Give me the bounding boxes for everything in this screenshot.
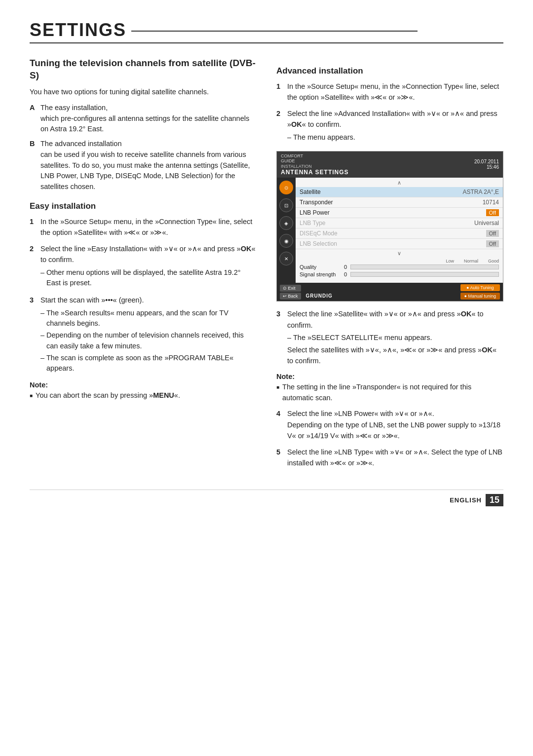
advanced-pre-steps: 1 In the »Source Setup« menu, in the »Co… bbox=[276, 81, 503, 144]
ui-header-left: COMFORTGUIDE INSTALLATION ANTENNA SETTIN… bbox=[281, 153, 349, 176]
easy-note-block: Note: You can abort the scan by pressing… bbox=[30, 381, 257, 401]
options-list: A The easy installation, which pre-confi… bbox=[30, 103, 257, 192]
ui-box-header: COMFORTGUIDE INSTALLATION ANTENNA SETTIN… bbox=[277, 151, 503, 178]
ui-nav-btns: ⊙ Exit ↩ Back bbox=[280, 285, 301, 300]
row-satellite-val: ASTRA 2A°,E bbox=[463, 189, 499, 195]
level-low: Low bbox=[446, 259, 454, 264]
adv-step-2: 2 Select the line »Advanced Installation… bbox=[276, 108, 503, 144]
row-lnb-power-label: LNB Power bbox=[300, 209, 330, 216]
adv-step-3: 3 Select the line »Satellite« with »∨« o… bbox=[276, 308, 503, 367]
easy-step-3-note1: The »Search results« menu appears, and t… bbox=[40, 308, 257, 330]
row-diseqc-val: Off bbox=[486, 230, 499, 237]
signal-level-labels: Low Normal Good bbox=[300, 259, 499, 264]
adv-step-3-note1: The »SELECT SATELLITE« menu appears. bbox=[287, 333, 503, 343]
option-b: B The advanced installation can be used … bbox=[30, 139, 257, 192]
easy-step-3: 3 Start the scan with »•••« (green). The… bbox=[30, 295, 257, 375]
easy-step-1: 1 In the »Source Setup« menu, in the »Co… bbox=[30, 216, 257, 238]
ui-box-body: ⊙ ⊡ ◈ ◉ ✕ ∧ Satellite ASTRA 2A°,E Transp… bbox=[277, 178, 503, 283]
row-lnb-sel-label: LNB Selection bbox=[300, 240, 337, 247]
page-title: SETTINGS bbox=[30, 20, 503, 43]
quality-row: Quality 0 bbox=[300, 264, 499, 270]
footer-language: ENGLISH bbox=[450, 496, 482, 504]
back-btn[interactable]: ↩ Back bbox=[280, 293, 301, 300]
installation-label: INSTALLATION bbox=[281, 164, 349, 169]
ui-table-col: ∧ Satellite ASTRA 2A°,E Transponder 1071… bbox=[296, 178, 503, 283]
easy-note-item: You can abort the scan by pressing »MENU… bbox=[30, 390, 257, 401]
ui-icon-eye: ◉ bbox=[279, 234, 293, 248]
advanced-after-steps: 3 Select the line »Satellite« with »∨« o… bbox=[276, 308, 503, 367]
right-column: Advanced installation 1 In the »Source S… bbox=[276, 57, 503, 474]
row-lnb-power-val: Off bbox=[486, 209, 499, 216]
intro-text: You have two options for tuning digital … bbox=[30, 86, 257, 97]
ui-row-transponder: Transponder 10714 bbox=[296, 197, 503, 208]
easy-install-title: Easy installation bbox=[30, 201, 257, 211]
row-satellite-label: Satellite bbox=[300, 189, 321, 195]
ui-icon-antenna: ◈ bbox=[279, 216, 293, 230]
level-normal: Normal bbox=[464, 259, 478, 264]
ui-row-lnb-sel: LNB Selection Off bbox=[296, 239, 503, 249]
ui-row-satellite: Satellite ASTRA 2A°,E bbox=[296, 187, 503, 197]
option-a: A The easy installation, which pre-confi… bbox=[30, 103, 257, 135]
ui-header-right: 20.07.2011 15:46 bbox=[474, 159, 499, 170]
ui-icon-satellite: ⊙ bbox=[279, 181, 293, 194]
auto-tuning-btn[interactable]: ● Auto Tuning bbox=[460, 284, 500, 291]
ui-title-text: ANTENNA SETTINGS bbox=[281, 169, 349, 176]
ui-action-btns: ● Auto Tuning ● Manual tuning bbox=[460, 284, 500, 300]
ui-icon-settings: ✕ bbox=[279, 252, 293, 265]
adv-step-2-note: The menu appears. bbox=[287, 132, 503, 143]
ui-row-lnb-type: LNB Type Universal bbox=[296, 218, 503, 228]
row-transponder-label: Transponder bbox=[300, 199, 333, 206]
level-good: Good bbox=[488, 259, 499, 264]
strength-bar bbox=[350, 272, 499, 277]
quality-label: Quality bbox=[300, 264, 344, 270]
manual-tuning-btn[interactable]: ● Manual tuning bbox=[460, 293, 500, 300]
strength-label: Signal strength bbox=[300, 271, 344, 277]
adv-step-4: 4 Select the line »LNB Power« with »∨« o… bbox=[276, 408, 503, 441]
row-transponder-val: 10714 bbox=[483, 199, 499, 206]
advanced-final-steps: 4 Select the line »LNB Power« with »∨« o… bbox=[276, 408, 503, 468]
strength-value: 0 bbox=[344, 271, 347, 277]
ui-bottom-left: ⊙ Exit ↩ Back GRUNDIG bbox=[280, 285, 333, 300]
ui-bottom-bar: ⊙ Exit ↩ Back GRUNDIG ● Auto Tuning ● Ma… bbox=[277, 283, 503, 301]
ui-signal-area: Low Normal Good Quality 0 Signa bbox=[296, 257, 503, 281]
easy-step-3-note3: The scan is complete as soon as the »PRO… bbox=[40, 353, 257, 375]
quality-value: 0 bbox=[344, 264, 347, 270]
row-lnb-type-label: LNB Type bbox=[300, 220, 325, 227]
easy-note-label: Note: bbox=[30, 381, 257, 389]
ui-icon-lock: ⊡ bbox=[279, 198, 293, 212]
page-footer: ENGLISH 15 bbox=[30, 490, 503, 506]
antenna-settings-ui: COMFORTGUIDE INSTALLATION ANTENNA SETTIN… bbox=[276, 151, 503, 302]
section-title-dvbs: Tuning the television channels from sate… bbox=[30, 57, 257, 81]
adv-step-1: 1 In the »Source Setup« menu, in the »Co… bbox=[276, 81, 503, 103]
advanced-install-title: Advanced installation bbox=[276, 66, 503, 76]
ui-date: 20.07.2011 bbox=[474, 159, 499, 164]
exit-btn[interactable]: ⊙ Exit bbox=[280, 285, 301, 292]
quality-bar bbox=[350, 265, 499, 269]
row-lnb-sel-val: Off bbox=[486, 240, 499, 247]
strength-row: Signal strength 0 bbox=[300, 271, 499, 277]
ui-row-lnb-power: LNB Power Off bbox=[296, 208, 503, 218]
row-lnb-type-val: Universal bbox=[474, 220, 499, 227]
adv-note-block: Note: The setting in the line »Transpond… bbox=[276, 373, 503, 404]
ui-icons-col: ⊙ ⊡ ◈ ◉ ✕ bbox=[277, 178, 296, 283]
adv-step-5: 5 Select the line »LNB Type« with »∨« or… bbox=[276, 447, 503, 469]
ui-up-arrow: ∧ bbox=[296, 180, 503, 186]
easy-step-3-note2: Depending on the number of television ch… bbox=[40, 330, 257, 352]
easy-step-2: 2 Select the line »Easy Installation« wi… bbox=[30, 243, 257, 290]
easy-install-steps: 1 In the »Source Setup« menu, in the »Co… bbox=[30, 216, 257, 375]
ui-row-diseqc: DISEqC Mode Off bbox=[296, 228, 503, 239]
adv-note-item: The setting in the line »Transponder« is… bbox=[276, 382, 503, 404]
easy-step-2-note: Other menu options will be displayed, th… bbox=[40, 267, 257, 289]
adv-note-label: Note: bbox=[276, 373, 503, 380]
ui-time: 15:46 bbox=[487, 164, 499, 170]
footer-page-number: 15 bbox=[486, 494, 503, 506]
row-diseqc-label: DISEqC Mode bbox=[300, 230, 338, 237]
grundig-logo: GRUNDIG bbox=[306, 293, 333, 300]
left-column: Tuning the television channels from sate… bbox=[30, 57, 257, 474]
ui-down-arrow: ∨ bbox=[296, 250, 503, 257]
comfort-guide-label: COMFORTGUIDE bbox=[281, 153, 349, 164]
